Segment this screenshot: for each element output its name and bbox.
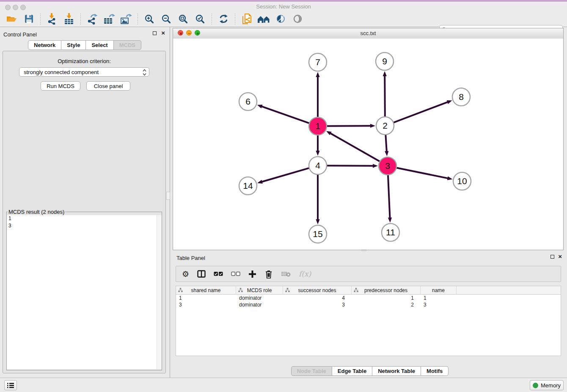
column-header-successor-nodes[interactable]: successor nodes xyxy=(283,286,352,294)
delete-row-button[interactable] xyxy=(264,270,273,279)
style-preview-button[interactable] xyxy=(273,13,288,25)
open-session-button[interactable] xyxy=(5,13,19,25)
network-window-resize-handle[interactable] xyxy=(361,249,367,251)
table-row[interactable]: 3dominator323 xyxy=(176,301,561,308)
mcds-result-item[interactable]: 1 xyxy=(7,215,162,222)
table-header-row: shared nameMCDS rolesuccessor nodesprede… xyxy=(176,286,561,295)
panel-divider[interactable] xyxy=(170,27,170,378)
cell-predecessor-nodes[interactable]: 2 xyxy=(352,301,421,308)
cell-shared-name[interactable]: 3 xyxy=(176,301,236,308)
close-table-panel-icon[interactable]: × xyxy=(558,254,562,259)
mcds-result-legend: MCDS result (2 nodes) xyxy=(8,209,65,215)
import-network-button[interactable] xyxy=(45,13,59,25)
cell-shared-name[interactable]: 1 xyxy=(176,295,236,301)
result-scrollbar[interactable] xyxy=(157,215,162,369)
cell-MCDS-role[interactable]: dominator xyxy=(236,295,283,301)
float-panel-icon[interactable] xyxy=(153,31,157,35)
cell-name[interactable]: 1 xyxy=(421,295,457,301)
network-window-titlebar[interactable]: scc.txt xyxy=(173,28,563,39)
arrowhead-3-10 xyxy=(447,176,453,180)
close-panel-button[interactable]: Close panel xyxy=(86,81,130,91)
titlebar[interactable]: Session: New Session xyxy=(0,2,567,11)
gear-button[interactable]: ⚙ xyxy=(182,270,189,278)
column-header-shared-name[interactable]: shared name xyxy=(176,286,236,294)
edge-3-10[interactable] xyxy=(396,168,449,178)
tab-select[interactable]: Select xyxy=(86,40,113,50)
cell-name[interactable]: 3 xyxy=(421,301,457,308)
control-panel-title: Control Panel xyxy=(3,31,37,38)
edge-4-3[interactable] xyxy=(327,166,374,166)
close-panel-icon[interactable]: × xyxy=(161,31,165,35)
edge-4-14[interactable] xyxy=(261,168,309,182)
table-tab-edge-table[interactable]: Edge Table xyxy=(332,366,372,376)
new-network-button[interactable] xyxy=(239,13,254,25)
zoom-out-button[interactable] xyxy=(159,13,173,25)
delete-table-button[interactable] xyxy=(281,271,291,277)
save-session-button[interactable] xyxy=(22,13,36,25)
edge-2-8[interactable] xyxy=(394,102,448,123)
select-all-button[interactable] xyxy=(214,271,223,277)
mcds-result-list[interactable]: 13 xyxy=(7,215,162,369)
table-row[interactable]: 1dominator411 xyxy=(176,295,561,301)
task-history-button[interactable] xyxy=(4,380,17,390)
column-visibility-icon xyxy=(197,270,206,278)
column-type-icon xyxy=(354,288,358,293)
column-type-icon xyxy=(285,288,290,293)
criterion-select[interactable]: strongly connected component xyxy=(19,67,149,77)
table-tab-node-table[interactable]: Node Table xyxy=(291,366,332,376)
list-icon xyxy=(7,382,14,389)
deselect-all-button[interactable] xyxy=(231,271,240,277)
edge-3-11[interactable] xyxy=(388,175,390,218)
export-table-button[interactable] xyxy=(102,13,116,25)
select-stepper-icon xyxy=(142,69,147,77)
memory-button[interactable]: Memory xyxy=(530,380,564,390)
cell-successor-nodes[interactable]: 3 xyxy=(283,301,352,308)
edge-2-9[interactable] xyxy=(385,75,385,117)
column-visibility-button[interactable] xyxy=(197,270,206,278)
arrowhead-1-6 xyxy=(257,105,263,108)
add-row-icon xyxy=(248,270,256,278)
import-table-button[interactable] xyxy=(62,13,76,25)
tab-mcds[interactable]: MCDS xyxy=(114,40,141,50)
home-button[interactable] xyxy=(256,13,271,25)
cell-predecessor-nodes[interactable]: 1 xyxy=(352,295,421,301)
function-builder-button[interactable]: f(x) xyxy=(299,270,311,278)
column-header-predecessor-nodes[interactable]: predecessor nodes xyxy=(352,286,421,294)
gear-icon: ⚙ xyxy=(182,270,189,278)
cell-successor-nodes[interactable]: 4 xyxy=(283,295,352,301)
export-image-button[interactable] xyxy=(119,13,133,25)
float-table-panel-icon[interactable] xyxy=(550,255,554,259)
run-mcds-button[interactable]: Run MCDS xyxy=(41,81,80,91)
deselect-all-icon xyxy=(231,271,240,277)
edge-2-3[interactable] xyxy=(385,135,387,152)
column-header-filler xyxy=(457,286,561,294)
panel-divider-handle[interactable] xyxy=(166,192,170,200)
cell-MCDS-role[interactable]: dominator xyxy=(236,301,283,308)
apply-layout-button[interactable] xyxy=(216,13,231,25)
zoom-selected-button[interactable] xyxy=(193,13,207,25)
column-label: predecessor nodes xyxy=(364,287,407,293)
arrowhead-1-4 xyxy=(316,151,319,156)
column-header-name[interactable]: name xyxy=(421,286,457,294)
zoom-in-button[interactable] xyxy=(142,13,157,25)
tab-style[interactable]: Style xyxy=(61,40,86,50)
column-label: MCDS role xyxy=(247,287,272,293)
zoom-fit-button[interactable] xyxy=(176,13,190,25)
table-tab-motifs[interactable]: Motifs xyxy=(421,366,449,376)
column-header-MCDS-role[interactable]: MCDS role xyxy=(236,286,283,294)
mcds-result-item[interactable]: 3 xyxy=(7,222,162,229)
tab-network[interactable]: Network xyxy=(28,40,61,50)
toolbar-separator xyxy=(212,14,212,25)
show-graphics-button[interactable] xyxy=(290,13,305,25)
edge-1-2[interactable] xyxy=(327,126,371,126)
export-network-button[interactable] xyxy=(85,13,99,25)
arrowhead-4-15 xyxy=(316,219,319,224)
add-row-button[interactable] xyxy=(248,270,256,278)
edge-3-1[interactable] xyxy=(330,133,380,161)
control-panel-tabs: NetworkStyleSelectMCDS xyxy=(0,40,169,50)
node-label-15: 15 xyxy=(313,229,322,239)
network-canvas[interactable]: 7968124314101511 xyxy=(173,39,563,250)
edge-1-6[interactable] xyxy=(261,106,309,123)
arrowhead-4-3 xyxy=(373,164,378,168)
table-tab-network-table[interactable]: Network Table xyxy=(372,366,421,376)
